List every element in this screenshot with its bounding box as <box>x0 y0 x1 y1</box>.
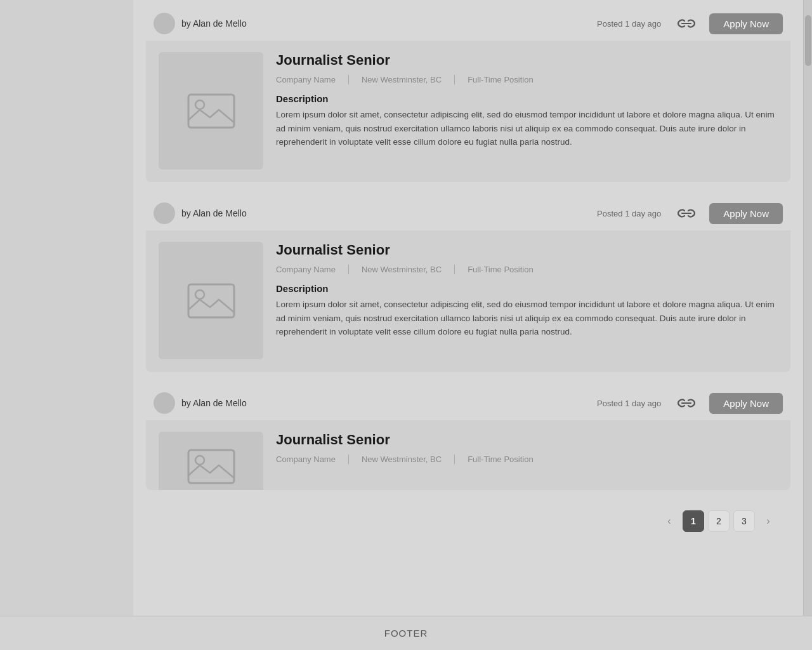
avatar-1 <box>154 13 175 34</box>
job-title-2: Journalist Senior <box>276 242 778 258</box>
apply-button-1[interactable]: Apply Now <box>709 13 783 34</box>
avatar-2 <box>154 202 175 224</box>
svg-rect-2 <box>188 284 234 317</box>
apply-button-2[interactable]: Apply Now <box>709 203 783 224</box>
job-company-1: Company Name <box>276 75 349 84</box>
author-name-3: by Alan de Mello <box>181 398 591 408</box>
svg-point-5 <box>195 456 204 465</box>
job-image-2 <box>159 242 263 359</box>
pagination: ‹ 1 2 3 › <box>146 504 790 538</box>
job-desc-title-1: Description <box>276 93 778 104</box>
job-meta-1: Company Name New Westminster, BC Full-Ti… <box>276 75 778 84</box>
job-company-3: Company Name <box>276 454 349 464</box>
link-icon-1[interactable] <box>678 18 695 29</box>
job-card-1: by Alan de Mello Posted 1 day ago Apply … <box>146 6 790 182</box>
job-location-1: New Westminster, BC <box>362 75 455 84</box>
job-type-1: Full-Time Position <box>468 75 546 84</box>
pagination-next[interactable]: › <box>759 510 778 532</box>
pagination-prev[interactable]: ‹ <box>660 510 679 532</box>
scrollbar[interactable] <box>803 0 812 616</box>
pagination-page-2[interactable]: 2 <box>708 510 730 532</box>
apply-button-3[interactable]: Apply Now <box>709 393 783 414</box>
posted-time-1: Posted 1 day ago <box>597 19 661 29</box>
job-title-3: Journalist Senior <box>276 432 778 448</box>
job-type-2: Full-Time Position <box>468 265 546 274</box>
image-placeholder-icon-1 <box>186 92 237 130</box>
job-location-2: New Westminster, BC <box>362 265 455 274</box>
job-location-3: New Westminster, BC <box>362 454 455 464</box>
job-type-3: Full-Time Position <box>468 454 546 464</box>
job-info-1: Journalist Senior Company Name New Westm… <box>276 52 778 169</box>
link-icon-3[interactable] <box>678 397 695 409</box>
job-card-header-2: by Alan de Mello Posted 1 day ago Apply … <box>146 196 790 230</box>
job-meta-3: Company Name New Westminster, BC Full-Ti… <box>276 454 778 464</box>
sidebar <box>0 0 133 616</box>
job-image-3 <box>159 432 263 490</box>
job-meta-2: Company Name New Westminster, BC Full-Ti… <box>276 265 778 274</box>
main-content: by Alan de Mello Posted 1 day ago Apply … <box>133 0 803 616</box>
posted-time-3: Posted 1 day ago <box>597 399 661 408</box>
job-desc-title-2: Description <box>276 283 778 294</box>
footer: FOOTER <box>0 616 812 650</box>
job-card-header-1: by Alan de Mello Posted 1 day ago Apply … <box>146 6 790 41</box>
svg-rect-4 <box>188 450 234 483</box>
job-info-3: Journalist Senior Company Name New Westm… <box>276 432 778 477</box>
job-info-2: Journalist Senior Company Name New Westm… <box>276 242 778 359</box>
job-card-body-1: Journalist Senior Company Name New Westm… <box>146 41 790 182</box>
image-placeholder-icon-2 <box>186 282 237 320</box>
author-name-2: by Alan de Mello <box>181 208 591 218</box>
pagination-page-3[interactable]: 3 <box>733 510 755 532</box>
job-company-2: Company Name <box>276 265 349 274</box>
avatar-3 <box>154 392 175 414</box>
job-title-1: Journalist Senior <box>276 52 778 69</box>
job-card-body-3: Journalist Senior Company Name New Westm… <box>146 420 790 490</box>
image-placeholder-icon-3 <box>186 448 237 486</box>
job-desc-text-1: Lorem ipsum dolor sit amet, consectetur … <box>276 108 778 149</box>
pagination-page-1[interactable]: 1 <box>683 510 704 532</box>
scrollbar-thumb[interactable] <box>805 15 811 66</box>
svg-point-3 <box>195 290 204 299</box>
job-card-3: by Alan de Mello Posted 1 day ago Apply … <box>146 386 790 490</box>
link-icon-2[interactable] <box>678 208 695 219</box>
posted-time-2: Posted 1 day ago <box>597 209 661 218</box>
author-name-1: by Alan de Mello <box>181 18 591 29</box>
job-card-2: by Alan de Mello Posted 1 day ago Apply … <box>146 196 790 372</box>
job-card-body-2: Journalist Senior Company Name New Westm… <box>146 230 790 372</box>
job-card-header-3: by Alan de Mello Posted 1 day ago Apply … <box>146 386 790 420</box>
svg-rect-0 <box>188 95 234 128</box>
footer-label: FOOTER <box>384 628 428 639</box>
job-desc-text-2: Lorem ipsum dolor sit amet, consectetur … <box>276 298 778 339</box>
job-image-1 <box>159 52 263 169</box>
svg-point-1 <box>195 100 204 109</box>
